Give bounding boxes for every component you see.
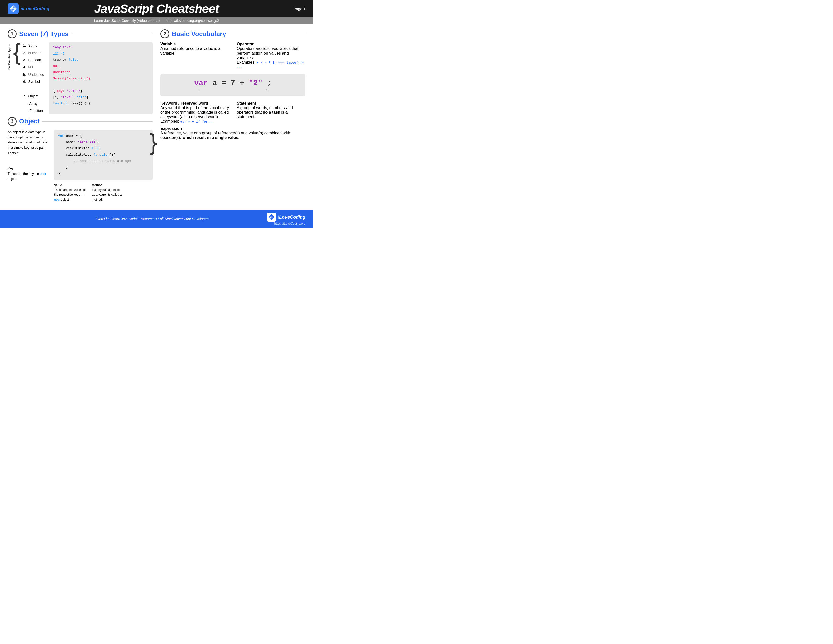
code-demo-box: var a = 7 + "2" ; ↑ ↑ [160, 74, 306, 97]
code-demo-text: var a = 7 + "2" ; [165, 79, 301, 87]
value-title: Value [54, 184, 62, 187]
object-desc: An object is a data type in JavaScript t… [8, 130, 50, 182]
section2-header: 2 Basic Vocabulary [160, 29, 306, 39]
vocab-statement: Statement A group of words, numbers and … [237, 101, 306, 124]
key-label: Key These are the keys in user object. [8, 166, 50, 182]
keyword-title: Keyword / reserved word [160, 101, 229, 106]
section2-line [229, 34, 306, 34]
object-content: An object is a data type in JavaScript t… [8, 130, 153, 202]
logo-text: iiLoveCoding [21, 6, 50, 11]
section2-num: 2 [160, 29, 169, 39]
type-5: 5. Undefined [23, 71, 44, 78]
obj-line4: calculateAge: function(){ [58, 152, 149, 158]
section1-header: 1 Seven (7) Types [8, 29, 153, 39]
method-label: Method If a key has a function as a valu… [92, 183, 125, 202]
types-inner: Six Primitive Types { 1. String 2. Numbe… [8, 42, 153, 114]
operator-desc: Operators are reserved-words that perfor… [237, 47, 306, 69]
value-method-area: Value These are the values of the respec… [54, 183, 150, 202]
type-spacer [23, 85, 44, 93]
vocab-grid: Variable A named reference to a value is… [160, 42, 306, 140]
statement-desc: A group of words, numbers and operators … [237, 106, 306, 119]
code-null: null [53, 63, 149, 69]
section3-line [42, 121, 153, 122]
key-user: user [40, 172, 46, 175]
main-title: JavaScript Cheatsheet [94, 2, 219, 16]
vocab-keyword: Keyword / reserved word Any word that is… [160, 101, 229, 124]
variable-title: Variable [160, 42, 229, 47]
expression-desc: A reference, value or a group of referen… [160, 131, 306, 140]
obj-line6: } [58, 164, 149, 171]
vocab-operator: Operator Operators are reserved-words th… [237, 42, 306, 69]
footer: "Don't just learn JavaScript - Become a … [0, 209, 313, 228]
type-function: - Function [23, 107, 44, 114]
obj-line7: } [58, 171, 149, 177]
brace-left: { [13, 41, 21, 114]
object-code-wrapper: var user = { name: "Aziz Ali", yearOfBir… [54, 130, 153, 202]
type-array: - Array [23, 100, 44, 107]
variable-desc: A named reference to a value is a variab… [160, 47, 229, 56]
value-desc2: object. [61, 198, 70, 201]
code-number: 123.45 [53, 51, 149, 57]
object-code-box: var user = { name: "Aziz Ali", yearOfBir… [54, 130, 153, 180]
code-array: [1, "text", false] [53, 95, 149, 101]
type-1: 1. String [23, 42, 44, 49]
obj-line2: name: "Aziz Ali", [58, 139, 149, 146]
obj-line1: var user = { [58, 133, 149, 139]
section3-num: 3 [8, 117, 17, 126]
types-list-wrapper: 1. String 2. Number 3. Boolean 4. Null 5… [23, 42, 44, 114]
method-title: Method [92, 184, 103, 187]
expression-title: Expression [160, 126, 306, 131]
code-string: "Any text" [53, 45, 149, 51]
section-vocab: 2 Basic Vocabulary Variable A named refe… [160, 29, 306, 202]
page-number: Page 1 [293, 6, 306, 11]
type-2: 2. Number [23, 49, 44, 56]
statement-title: Statement [237, 101, 306, 106]
code-function: function name() { } [53, 100, 149, 107]
obj-line5: // some code to calculate age [58, 158, 149, 164]
subheader-text: Learn JavaScript Correctly (Video course… [94, 19, 160, 23]
footer-logo: iLoveCoding https://iLoveCoding.org [267, 213, 306, 225]
code-symbol: Symbol('something') [53, 76, 149, 82]
object-desc-text: An object is a data type in JavaScript t… [8, 130, 50, 156]
footer-url: https://iLoveCoding.org [267, 222, 306, 225]
subheader: Learn JavaScript Correctly (Video course… [0, 17, 313, 24]
code-demo-arrows: ↑ ↑ [165, 89, 301, 92]
code-undefined: undefined [53, 69, 149, 76]
arrow-keyword: ↑ [198, 89, 200, 92]
operator-title: Operator [237, 42, 306, 47]
key-desc: These are the keys in [8, 172, 39, 175]
obj-line3: yearOfBirth: 1988, [58, 145, 149, 152]
code-boolean: true or false [53, 57, 149, 63]
code-object: { key: 'value'} [53, 88, 149, 95]
brace-right: } [150, 131, 157, 153]
footer-logo-text-area: iLoveCoding https://iLoveCoding.org [267, 213, 306, 225]
footer-logo-text: iLoveCoding [278, 215, 306, 220]
key-title: Key [8, 166, 14, 170]
arrow-var: ↑ [266, 89, 268, 92]
value-desc: These are the values of the respective k… [54, 188, 85, 196]
section3-header: 3 Object [8, 117, 153, 126]
key-desc2: object. [8, 177, 17, 180]
main-content: 1 Seven (7) Types Six Primitive Types { … [0, 24, 313, 207]
method-desc: If a key has a function as a value, its … [92, 188, 122, 201]
types-code-box: "Any text" 123.45 true or false null und… [49, 42, 153, 114]
side-label: Six Primitive Types [8, 45, 11, 70]
vocab-variable: Variable A named reference to a value is… [160, 42, 229, 69]
section1-title: Seven (7) Types [19, 30, 69, 38]
section1-line [71, 34, 153, 34]
value-user: user [54, 198, 60, 201]
code-spacer [53, 82, 149, 88]
footer-logo-icon [267, 213, 276, 222]
section2-title: Basic Vocabulary [172, 30, 226, 38]
vocab-expression: Expression A reference, value or a group… [160, 126, 306, 140]
section-types: 1 Seven (7) Types Six Primitive Types { … [8, 29, 153, 114]
type-7: 7. Object [23, 93, 44, 100]
type-6: 6. Symbol [23, 78, 44, 85]
type-3: 3. Boolean [23, 56, 44, 64]
subheader-link[interactable]: https://ilovecoding.org/courses/js2 [166, 19, 219, 23]
section-object: 3 Object An object is a data type in Jav… [8, 117, 153, 202]
section1-num: 1 [8, 29, 17, 39]
section3-title: Object [19, 118, 40, 125]
value-label: Value These are the values of the respec… [54, 183, 87, 202]
type-4: 4. Null [23, 64, 44, 71]
